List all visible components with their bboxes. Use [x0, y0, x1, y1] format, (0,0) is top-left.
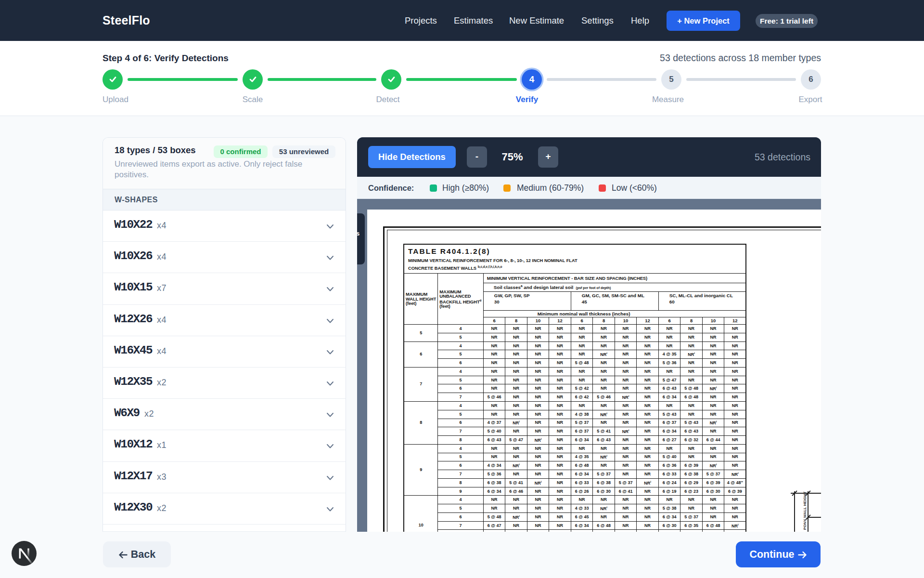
svg-text:PONY WALL HEIGHT: PONY WALL HEIGHT — [803, 491, 807, 530]
